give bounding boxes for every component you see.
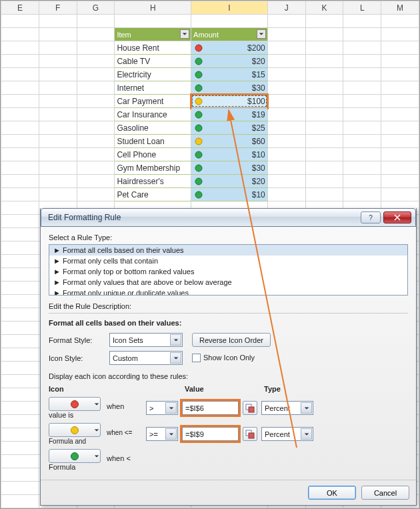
svg-point-15 (71, 426, 79, 434)
amount-cell[interactable]: $19 (191, 108, 268, 121)
amount-cell[interactable]: $30 (191, 81, 268, 95)
item-cell[interactable]: Car Payment (115, 95, 191, 108)
svg-point-10 (195, 178, 202, 185)
rule1-range-picker-button[interactable] (243, 401, 257, 415)
amount-cell[interactable]: $100 (191, 95, 268, 108)
rule2-range-picker-button[interactable] (243, 427, 257, 441)
rule2-operator-select[interactable]: >= (146, 427, 178, 441)
amount-cell[interactable]: $30 (191, 161, 268, 175)
table-header-amount[interactable]: Amount (191, 28, 268, 41)
filter-dropdown-icon[interactable] (257, 29, 266, 39)
svg-point-0 (195, 45, 202, 51)
dialog-titlebar[interactable]: Edit Formatting Rule ? (41, 208, 416, 227)
reverse-icon-order-button[interactable]: Reverse Icon Order (192, 333, 271, 347)
column-header-E[interactable]: E (1, 1, 39, 15)
format-style-label: Format Style: (49, 336, 105, 344)
rule1-value-input[interactable]: =$I$6 (182, 401, 239, 415)
format-style-select[interactable]: Icon Sets (109, 333, 183, 347)
show-icon-only-checkbox[interactable]: Show Icon Only (192, 354, 255, 363)
item-cell[interactable]: Gym Membership (115, 161, 191, 175)
filter-dropdown-icon[interactable] (180, 29, 189, 39)
svg-rect-14 (249, 407, 254, 412)
ok-button[interactable]: OK (308, 486, 356, 500)
item-cell[interactable]: Cell Phone (115, 148, 191, 161)
svg-point-3 (195, 85, 202, 91)
svg-point-12 (71, 400, 79, 408)
column-header-H[interactable]: H (115, 1, 191, 15)
format-heading: Format all cells based on their values: (49, 319, 408, 327)
column-header-M[interactable]: M (381, 1, 419, 15)
amount-cell[interactable]: $20 (191, 55, 268, 68)
column-header-F[interactable]: F (39, 1, 77, 15)
col-value-label: Value (185, 385, 241, 393)
rule2-value-input[interactable]: =$I$9 (182, 427, 239, 441)
column-header-L[interactable]: L (343, 1, 381, 15)
item-cell[interactable]: Hairdresser's (115, 175, 191, 188)
item-cell[interactable]: Student Loan (115, 135, 191, 148)
icon-picker-yellow[interactable] (49, 423, 101, 437)
cancel-button[interactable]: Cancel (361, 486, 409, 500)
amount-cell[interactable]: $10 (191, 148, 268, 161)
rule-type-option[interactable]: ► Format only unique or duplicate values (49, 288, 407, 296)
svg-point-2 (195, 71, 202, 78)
rule-type-option[interactable]: ► Format all cells based on their values (49, 245, 407, 256)
help-button[interactable]: ? (361, 211, 381, 223)
svg-point-8 (195, 151, 202, 158)
svg-rect-17 (249, 433, 254, 438)
amount-cell[interactable]: $10 (191, 188, 268, 201)
column-header-G[interactable]: G (77, 1, 115, 15)
select-rule-type-label: Select a Rule Type: (49, 233, 408, 241)
item-cell[interactable]: Internet (115, 81, 191, 95)
dialog-title: Edit Formatting Rule (48, 213, 358, 222)
rule-type-list[interactable]: ► Format all cells based on their values… (49, 244, 408, 296)
chevron-down-icon (170, 334, 181, 346)
rule2-type-select[interactable]: Percent (261, 427, 313, 441)
table-header-item[interactable]: Item (115, 28, 191, 41)
icon-picker-red[interactable] (49, 397, 101, 411)
item-cell[interactable]: Pet Care (115, 188, 191, 201)
amount-cell[interactable]: $60 (191, 135, 268, 148)
rule1-operator-select[interactable]: > (146, 401, 178, 415)
column-header-I[interactable]: I (191, 1, 268, 15)
item-cell[interactable]: Electricity (115, 68, 191, 81)
rule1-type-select[interactable]: Percent (261, 401, 313, 415)
edit-description-label: Edit the Rule Description: (49, 302, 408, 310)
edit-formatting-rule-dialog: Edit Formatting Rule ? Select a Rule Typ… (40, 208, 417, 506)
col-type-label: Type (264, 385, 281, 393)
chevron-down-icon (170, 352, 181, 364)
rule-type-option[interactable]: ► Format only top or bottom ranked value… (49, 266, 407, 277)
column-header-K[interactable]: K (305, 1, 343, 15)
column-header-J[interactable]: J (267, 1, 305, 15)
rule-type-option[interactable]: ► Format only cells that contain (49, 256, 407, 266)
amount-cell[interactable]: $20 (191, 175, 268, 188)
item-cell[interactable]: Gasoline (115, 121, 191, 135)
svg-point-6 (195, 125, 202, 131)
icon-picker-green[interactable] (49, 449, 101, 463)
display-rules-label: Display each icon according to these rul… (49, 372, 408, 380)
rule-type-option[interactable]: ► Format only values that are above or b… (49, 277, 407, 288)
svg-point-4 (195, 98, 202, 105)
svg-point-7 (195, 138, 202, 145)
amount-cell[interactable]: $200 (191, 41, 268, 55)
svg-point-9 (195, 165, 202, 171)
icon-style-select[interactable]: Custom (109, 351, 183, 365)
svg-point-18 (71, 452, 79, 460)
amount-cell[interactable]: $15 (191, 68, 268, 81)
svg-point-5 (195, 111, 202, 118)
item-cell[interactable]: House Rent (115, 41, 191, 55)
col-icon-label: Icon (49, 385, 142, 393)
item-cell[interactable]: Cable TV (115, 55, 191, 68)
icon-style-label: Icon Style: (49, 354, 105, 362)
svg-point-1 (195, 58, 202, 65)
item-cell[interactable]: Car Insurance (115, 108, 191, 121)
svg-point-11 (195, 191, 202, 198)
close-button[interactable] (383, 211, 411, 223)
amount-cell[interactable]: $25 (191, 121, 268, 135)
